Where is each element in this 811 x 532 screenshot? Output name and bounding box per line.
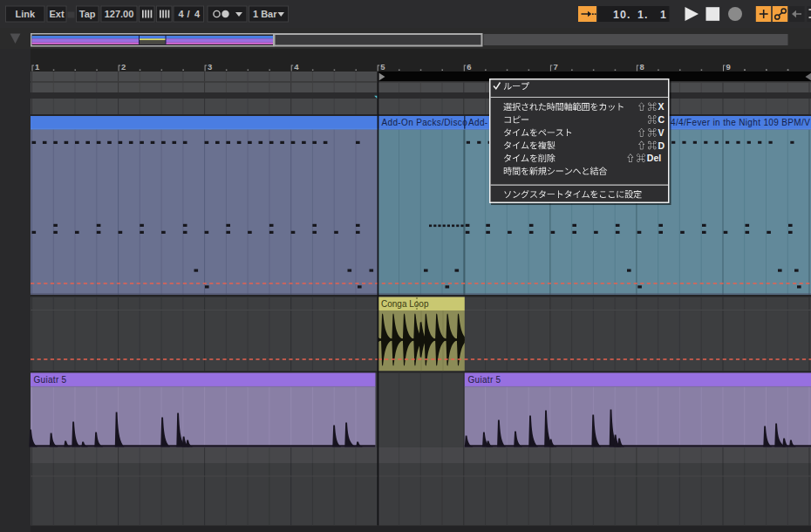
svg-text:D: D [658, 140, 665, 151]
svg-text:1: 1 [660, 9, 666, 21]
svg-text:8: 8 [639, 62, 644, 72]
svg-text:7: 7 [553, 62, 557, 72]
svg-text:C: C [658, 114, 665, 125]
svg-text:5: 5 [380, 62, 385, 72]
svg-text:Add-On Packs/Disco: Add-On Packs/Disco [382, 118, 468, 127]
svg-text:4: 4 [294, 62, 299, 72]
svg-text:Guiatr 5: Guiatr 5 [34, 375, 67, 385]
svg-text:6: 6 [467, 62, 471, 72]
svg-text:1 Bar: 1 Bar [253, 9, 277, 19]
svg-text:Link: Link [15, 9, 35, 19]
svg-text:4: 4 [194, 9, 201, 19]
svg-text:/: / [187, 9, 190, 19]
svg-text:4: 4 [179, 9, 185, 19]
svg-text:Add-: Add- [468, 118, 488, 127]
svg-text:127.00: 127.00 [105, 9, 134, 19]
svg-text:Del: Del [647, 153, 661, 163]
svg-text:X: X [658, 101, 664, 112]
svg-text:V: V [658, 127, 664, 138]
svg-text:2: 2 [121, 62, 126, 72]
svg-text:10.: 10. [613, 9, 630, 21]
svg-text:Tap: Tap [79, 9, 96, 19]
svg-text:1.: 1. [637, 9, 648, 21]
svg-text:Conga Loop: Conga Loop [381, 299, 429, 309]
svg-text:Guiatr 5: Guiatr 5 [468, 375, 501, 385]
svg-text:Ext: Ext [49, 9, 64, 19]
svg-text:3: 3 [208, 62, 212, 72]
svg-text:1: 1 [35, 62, 40, 72]
svg-text:4/4/Fever in the Night 109 BPM: 4/4/Fever in the Night 109 BPM/V [671, 118, 810, 127]
svg-text:9: 9 [726, 62, 731, 72]
